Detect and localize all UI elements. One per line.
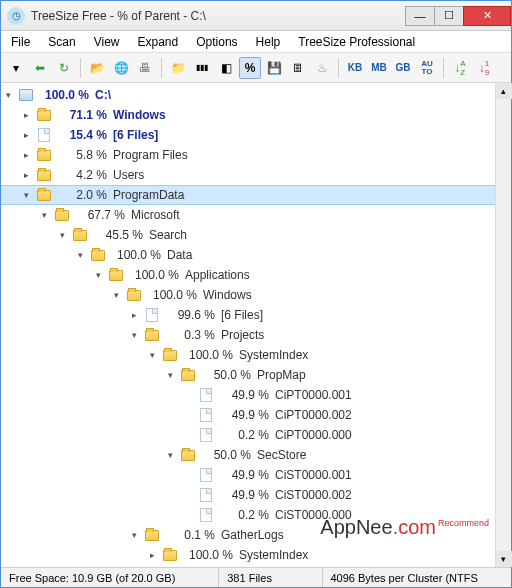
scroll-down-button[interactable]: ▾ (496, 551, 512, 567)
tree-folder[interactable]: ▾100.0 %SystemIndex (1, 345, 511, 365)
expand-toggle[interactable] (181, 488, 195, 502)
tree-folder[interactable]: ▾100.0 %Data (1, 245, 511, 265)
expand-toggle[interactable]: ▸ (19, 108, 33, 122)
percent-label: 0.1 % (163, 528, 215, 542)
expand-toggle[interactable]: ▾ (163, 368, 177, 382)
percent-button[interactable]: % (239, 57, 261, 79)
tree-folder[interactable]: ▾100.0 %Applications (1, 265, 511, 285)
folder-icon (36, 167, 52, 183)
disk-icon[interactable]: 💾 (263, 57, 285, 79)
folder-icon (162, 347, 178, 363)
collapse-button[interactable]: 📁 (167, 57, 189, 79)
tree-file[interactable]: 49.9 %CiST0000.002 (1, 485, 511, 505)
expand-toggle[interactable]: ▸ (127, 308, 141, 322)
unit-kb-button[interactable]: KB (344, 57, 366, 79)
name-label: C:\ (95, 88, 111, 102)
expand-toggle[interactable]: ▾ (19, 188, 33, 202)
tree-file[interactable]: ▸15.4 %[6 Files] (1, 125, 511, 145)
tree-folder[interactable]: ▾2.0 %ProgramData (1, 185, 511, 205)
expand-toggle[interactable] (181, 428, 195, 442)
percent-label: 45.5 % (91, 228, 143, 242)
folder-icon (36, 107, 52, 123)
tree-file[interactable]: 49.9 %CiPT0000.001 (1, 385, 511, 405)
name-label: SystemIndex (239, 548, 308, 562)
status-file-count: 381 Files (219, 568, 322, 587)
tree-folder[interactable]: ▾45.5 %Search (1, 225, 511, 245)
expand-toggle[interactable] (181, 468, 195, 482)
expand-toggle[interactable]: ▾ (73, 248, 87, 262)
tree-file[interactable]: 49.9 %CiPT0000.002 (1, 405, 511, 425)
pie-chart-button[interactable]: 🗏 (287, 57, 309, 79)
back-button[interactable]: ⬅ (29, 57, 51, 79)
tree-folder[interactable]: ▾50.0 %SecStore (1, 445, 511, 465)
tree-folder[interactable]: ▸5.8 %Program Files (1, 145, 511, 165)
select-drive-button[interactable]: ▾ (5, 57, 27, 79)
percent-label: 71.1 % (55, 108, 107, 122)
percent-label: 0.2 % (217, 508, 269, 522)
flame-icon[interactable]: ♨ (311, 57, 333, 79)
tree-file[interactable]: ▸99.6 %[6 Files] (1, 305, 511, 325)
tree-folder[interactable]: ▾0.3 %Projects (1, 325, 511, 345)
sort-asc-button[interactable]: ↓AZ (449, 57, 471, 79)
percent-label: 0.3 % (163, 328, 215, 342)
expand-toggle[interactable]: ▸ (19, 148, 33, 162)
menubar: FileScanViewExpandOptionsHelpTreeSize Pr… (1, 31, 511, 53)
open-folder-button[interactable]: 📂 (86, 57, 108, 79)
explorer-button[interactable]: 🌐 (110, 57, 132, 79)
expand-toggle[interactable]: ▾ (55, 228, 69, 242)
expand-toggle[interactable]: ▸ (19, 168, 33, 182)
gradient-button[interactable]: ◧ (215, 57, 237, 79)
menu-scan[interactable]: Scan (42, 33, 81, 51)
name-label: GatherLogs (221, 528, 284, 542)
status-free-space: Free Space: 10.9 GB (of 20.0 GB) (1, 568, 219, 587)
titlebar[interactable]: ◷ TreeSize Free - % of Parent - C:\ — ☐ … (1, 1, 511, 31)
percent-label: 100.0 % (181, 348, 233, 362)
expand-toggle[interactable]: ▾ (127, 328, 141, 342)
expand-toggle[interactable]: ▾ (109, 288, 123, 302)
vertical-scrollbar[interactable]: ▴ ▾ (495, 83, 511, 567)
app-window: ◷ TreeSize Free - % of Parent - C:\ — ☐ … (0, 0, 512, 588)
tree-folder[interactable]: ▸100.0 %SystemIndex (1, 545, 511, 565)
tree-folder[interactable]: ▸71.1 %Windows (1, 105, 511, 125)
tree-root[interactable]: ▾100.0 %C:\ (1, 85, 511, 105)
expand-toggle[interactable]: ▾ (145, 348, 159, 362)
unit-gb-button[interactable]: GB (392, 57, 414, 79)
unit-mb-button[interactable]: MB (368, 57, 390, 79)
expand-toggle[interactable]: ▾ (163, 448, 177, 462)
minimize-button[interactable]: — (405, 6, 435, 26)
expand-toggle[interactable] (181, 408, 195, 422)
tree-folder[interactable]: ▾100.0 %Windows (1, 285, 511, 305)
menu-view[interactable]: View (88, 33, 126, 51)
percent-label: 100.0 % (181, 548, 233, 562)
expand-toggle[interactable]: ▾ (37, 208, 51, 222)
scroll-up-button[interactable]: ▴ (496, 83, 512, 99)
tree-view[interactable]: ▾100.0 %C:\▸71.1 %Windows▸15.4 %[6 Files… (1, 83, 511, 567)
tree-folder[interactable]: ▾67.7 %Microsoft (1, 205, 511, 225)
expand-toggle[interactable]: ▾ (127, 528, 141, 542)
tree-folder[interactable]: ▾0.1 %GatherLogs (1, 525, 511, 545)
bar-mode-button[interactable]: ▮▮▮ (191, 57, 213, 79)
menu-help[interactable]: Help (250, 33, 287, 51)
sort-num-button[interactable]: ↓19 (473, 57, 495, 79)
file-icon (198, 507, 214, 523)
print-button[interactable]: 🖶 (134, 57, 156, 79)
tree-file[interactable]: 0.2 %CiST0000.000 (1, 505, 511, 525)
expand-toggle[interactable] (181, 508, 195, 522)
maximize-button[interactable]: ☐ (434, 6, 464, 26)
unit-auto-button[interactable]: AUTO (416, 57, 438, 79)
tree-file[interactable]: 0.2 %CiPT0000.000 (1, 425, 511, 445)
menu-options[interactable]: Options (190, 33, 243, 51)
expand-toggle[interactable]: ▾ (91, 268, 105, 282)
menu-expand[interactable]: Expand (132, 33, 185, 51)
close-button[interactable]: ✕ (463, 6, 511, 26)
tree-folder[interactable]: ▾50.0 %PropMap (1, 365, 511, 385)
expand-toggle[interactable]: ▸ (145, 548, 159, 562)
menu-file[interactable]: File (5, 33, 36, 51)
tree-folder[interactable]: ▸4.2 %Users (1, 165, 511, 185)
refresh-button[interactable]: ↻ (53, 57, 75, 79)
expand-toggle[interactable]: ▾ (1, 88, 15, 102)
tree-file[interactable]: 49.9 %CiST0000.001 (1, 465, 511, 485)
menu-treesize-professional[interactable]: TreeSize Professional (292, 33, 421, 51)
expand-toggle[interactable]: ▸ (19, 128, 33, 142)
expand-toggle[interactable] (181, 388, 195, 402)
